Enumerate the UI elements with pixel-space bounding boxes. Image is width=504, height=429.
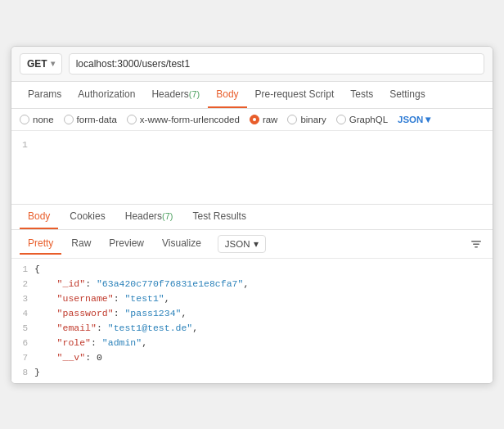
body-type-binary[interactable]: binary — [287, 115, 326, 124]
rtab-pretty[interactable]: Pretty — [20, 233, 61, 255]
radio-binary-dot — [287, 115, 297, 124]
method-dropdown[interactable]: GET ▾ — [20, 53, 62, 75]
svg-rect-2 — [475, 246, 478, 248]
code-content[interactable] — [34, 136, 493, 199]
json-line-5: 5 "email": "test1@test.de", — [11, 321, 493, 336]
response-tabs-bar: Body Cookies Headers(7) Test Results — [11, 205, 493, 230]
response-format-tabs: Pretty Raw Preview Visualize JSON ▾ — [11, 230, 493, 259]
radio-none-dot — [20, 115, 29, 124]
line-numbers: 1 — [11, 136, 34, 199]
request-tabs: Params Authorization Headers(7) Body Pre… — [11, 82, 493, 109]
rtab-raw[interactable]: Raw — [63, 233, 99, 255]
body-type-form-data[interactable]: form-data — [64, 115, 117, 124]
main-window: GET ▾ Params Authorization Headers(7) Bo… — [11, 46, 493, 384]
radio-urlencoded-dot — [127, 115, 137, 124]
tab-headers[interactable]: Headers(7) — [143, 82, 208, 108]
json-line-1: 1 { — [11, 262, 493, 277]
request-body-editor[interactable]: 1 — [11, 131, 493, 205]
json-response: 1 { 2 "_id": "63a420c770f76831e1e8cfa7",… — [11, 259, 493, 383]
rtab-visualize[interactable]: Visualize — [154, 233, 209, 255]
radio-formdata-dot — [64, 115, 74, 124]
url-bar: GET ▾ — [11, 47, 493, 82]
rtab-preview[interactable]: Preview — [101, 233, 152, 255]
method-label: GET — [27, 58, 47, 70]
body-type-urlencoded[interactable]: x-www-form-urlencoded — [127, 115, 240, 124]
tab-cookies[interactable]: Cookies — [61, 205, 113, 229]
filter-icon[interactable] — [468, 236, 484, 252]
tab-test-results[interactable]: Test Results — [185, 205, 254, 229]
json-line-2: 2 "_id": "63a420c770f76831e1e8cfa7", — [11, 277, 493, 291]
json-line-7: 7 "__v": 0 — [11, 350, 493, 365]
tab-tests[interactable]: Tests — [342, 82, 381, 108]
svg-rect-1 — [473, 243, 479, 245]
tab-response-headers[interactable]: Headers(7) — [117, 205, 182, 229]
svg-rect-0 — [471, 241, 481, 242]
json-line-4: 4 "password": "pass1234", — [11, 306, 493, 321]
response-format-dropdown[interactable]: JSON ▾ — [218, 235, 266, 253]
response-section: Body Cookies Headers(7) Test Results Pre… — [11, 205, 493, 383]
radio-raw-dot — [250, 115, 259, 124]
format-dropdown[interactable]: JSON ▾ — [398, 114, 430, 125]
radio-graphql-dot — [336, 115, 346, 124]
json-line-3: 3 "username": "test1", — [11, 291, 493, 306]
tab-params[interactable]: Params — [20, 82, 70, 108]
body-type-graphql[interactable]: GraphQL — [336, 115, 388, 124]
body-type-raw[interactable]: raw — [250, 115, 278, 124]
tab-authorization[interactable]: Authorization — [70, 82, 143, 108]
tab-pre-request-script[interactable]: Pre-request Script — [247, 82, 343, 108]
body-type-none[interactable]: none — [20, 115, 54, 124]
tab-body[interactable]: Body — [208, 82, 246, 108]
json-line-8: 8 } — [11, 365, 493, 380]
tab-response-body[interactable]: Body — [20, 205, 58, 229]
json-line-6: 6 "role": "admin", — [11, 336, 493, 350]
body-type-bar: none form-data x-www-form-urlencoded raw… — [11, 109, 493, 131]
method-chevron-icon: ▾ — [51, 59, 55, 68]
tab-settings[interactable]: Settings — [381, 82, 433, 108]
url-input[interactable] — [69, 53, 484, 75]
